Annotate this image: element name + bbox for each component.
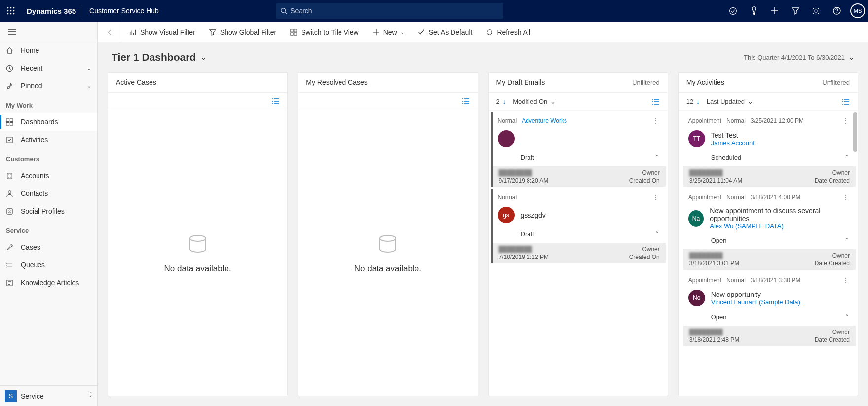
nav-pinned[interactable]: Pinned⌄ [0,77,97,95]
sort-selector[interactable]: Modified On⌄ [513,98,556,105]
svg-point-3 [7,10,9,12]
nav-knowledge-label: Knowledge Articles [21,279,79,287]
cmd-new[interactable]: New⌄ [366,22,411,42]
card-my-activities: My ActivitiesUnfiltered 12 ↓ Last Update… [678,72,858,396]
list-view-icon[interactable] [652,98,660,105]
app-launcher-icon[interactable] [0,0,22,22]
cmd-refresh[interactable]: Refresh All [479,22,537,42]
list-view-icon[interactable] [842,98,850,105]
list-view-icon[interactable] [462,98,470,105]
sort-selector[interactable]: Last Updated⌄ [707,98,753,105]
brand-label: Dynamics 365 [22,7,81,15]
nav-cases[interactable]: Cases [0,238,97,256]
nav-knowledge[interactable]: Knowledge Articles [0,274,97,292]
svg-point-12 [815,9,817,12]
nav-recent[interactable]: Recent⌄ [0,59,97,77]
list-item[interactable]: NormalAdventure Works⋮ Draft˄ ████████Ow… [491,112,666,187]
area-label: Service [21,392,44,400]
regarding-link[interactable]: Adventure Works [522,117,567,124]
status-label: Open [711,237,727,244]
regarding-link[interactable]: James Account [711,139,755,147]
regarding-link[interactable]: Vincent Lauriant (Sample Data) [711,298,800,306]
back-button[interactable] [98,22,122,42]
cmd-visual-filter[interactable]: Show Visual Filter [122,22,202,42]
help-icon[interactable] [827,0,847,22]
svg-point-22 [8,190,11,193]
item-date: 9/17/2019 8:20 AM [499,177,549,184]
kebab-icon[interactable]: ⋮ [841,115,851,126]
list-item[interactable]: AppointmentNormal3/25/2021 12:00 PM⋮ TTT… [683,112,856,187]
filter-icon[interactable] [785,0,806,22]
svg-rect-17 [10,118,13,121]
task-flow-icon[interactable] [723,0,744,22]
hamburger-icon[interactable] [0,22,24,41]
item-subject: gsszgdv [521,211,546,219]
sort-arrow-icon[interactable]: ↓ [503,98,506,105]
sort-arrow-icon[interactable]: ↓ [696,98,700,105]
date-range[interactable]: This Quarter 4/1/2021 To 6/30/2021⌄ [744,54,854,61]
app-header: Dynamics 365 Customer Service Hub MS [0,0,868,22]
kebab-icon[interactable]: ⋮ [841,275,851,286]
user-avatar[interactable]: MS [847,0,868,22]
list-item[interactable]: AppointmentNormal3/18/2021 3:30 PM⋮ NoNe… [683,272,856,346]
draft-list: NormalAdventure Works⋮ Draft˄ ████████Ow… [489,111,668,396]
add-icon[interactable] [764,0,785,22]
chevron-up-icon[interactable]: ˄ [843,235,851,246]
kebab-icon[interactable]: ⋮ [651,192,661,203]
chart-icon [129,29,136,36]
item-subject: Test Test [711,131,755,139]
assistant-icon[interactable] [744,0,764,22]
dashboard-icon [6,118,16,126]
svg-point-0 [7,7,9,9]
list-view-icon[interactable] [271,98,279,105]
empty-icon [187,232,209,255]
command-bar: Show Visual Filter Show Global Filter Sw… [98,22,868,42]
nav-dashboards-label: Dashboards [21,118,58,126]
cmd-tile-view[interactable]: Switch to Tile View [283,22,365,42]
avatar: TT [688,130,705,147]
title-chevron[interactable]: ⌄ [201,54,206,61]
status-label: Draft [521,230,534,238]
page-title: Tier 1 Dashboard [112,51,196,63]
nav-contacts[interactable]: Contacts [0,185,97,202]
chevron-up-icon[interactable]: ˄ [843,311,851,323]
nav-activities-label: Activities [21,136,48,144]
app-name-label[interactable]: Customer Service Hub [81,5,167,17]
gear-icon[interactable] [806,0,827,22]
chevron-up-icon[interactable]: ˄ [653,152,661,163]
kebab-icon[interactable]: ⋮ [651,115,661,126]
nav-dashboards[interactable]: Dashboards [0,113,97,131]
social-icon [6,208,16,215]
owner-label: Owner [832,329,850,335]
search-input[interactable] [290,7,499,15]
status-label: Scheduled [711,154,741,161]
item-date: 3/25/2021 11:04 AM [689,177,742,184]
nav-queues[interactable]: Queues [0,256,97,274]
item-date: 7/10/2019 2:12 PM [499,254,549,260]
filter-label: Unfiltered [822,79,850,86]
nav-activities[interactable]: Activities [0,131,97,148]
global-search[interactable] [276,3,503,19]
item-date: 3/18/2021 3:01 PM [689,260,739,267]
nav-home[interactable]: Home [0,41,97,59]
svg-rect-19 [10,122,13,125]
svg-rect-29 [294,32,297,35]
nav-queues-label: Queues [21,261,45,269]
home-icon [6,47,16,54]
kebab-icon[interactable]: ⋮ [841,192,851,203]
chevron-up-icon[interactable]: ˄ [843,152,851,163]
nav-recent-label: Recent [21,64,42,72]
regarding-link[interactable]: Alex Wu (SAMPLE DATA) [710,222,851,230]
list-item[interactable]: AppointmentNormal3/18/2021 4:00 PM⋮ NaNe… [683,189,856,270]
nav-social[interactable]: Social Profiles [0,202,97,220]
due-date: 3/18/2021 4:00 PM [751,194,800,201]
sidebar: Home Recent⌄ Pinned⌄ My Work Dashboards … [0,22,98,406]
cmd-global-filter[interactable]: Show Global Filter [202,22,283,42]
book-icon [6,279,16,287]
chevron-down-icon: ⌄ [87,83,91,89]
chevron-up-icon[interactable]: ˄ [653,228,661,240]
cmd-set-default[interactable]: Set As Default [411,22,480,42]
list-item[interactable]: Normal⋮ gsgsszgdv Draft˄ ████████Owner7/… [491,189,666,263]
area-switcher[interactable]: S Service ˄˅ [0,385,97,406]
nav-accounts[interactable]: Accounts [0,167,97,185]
